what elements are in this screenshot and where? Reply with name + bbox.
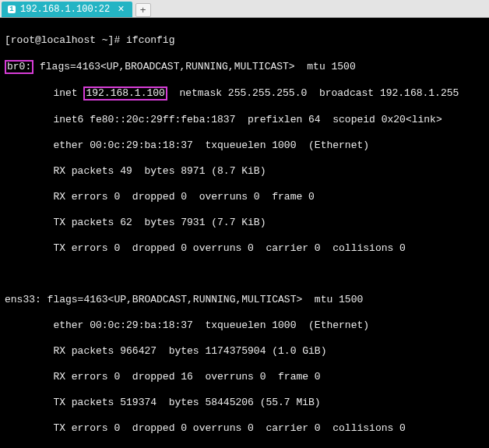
new-tab-button[interactable]: + [135, 3, 151, 17]
terminal-tab[interactable]: 1 192.168.1.100:22 × [2, 2, 132, 17]
br0-tx-errors: TX errors 0 dropped 0 overruns 0 carrier… [5, 242, 484, 256]
tab-title: 192.168.1.100:22 [20, 4, 110, 15]
ens33-rx-packets: RX packets 966427 bytes 1174375904 (1.0 … [5, 345, 484, 358]
plus-icon: + [140, 5, 146, 16]
tab-index-badge: 1 [8, 5, 16, 13]
close-icon[interactable]: × [118, 5, 124, 13]
highlight-br0: br0: [5, 60, 33, 74]
br0-inet-pre: inet [5, 87, 83, 99]
ens33-rx-errors: RX errors 0 dropped 16 overruns 0 frame … [5, 371, 484, 384]
terminal-output[interactable]: [root@localhost ~]# ifconfig br0: flags=… [0, 18, 489, 448]
ens33-tx-packets: TX packets 519374 bytes 58445206 (55.7 M… [5, 397, 484, 410]
shell-prompt: [root@localhost ~]# [5, 34, 126, 46]
br0-ether: ether 00:0c:29:ba:18:37 txqueuelen 1000 … [5, 139, 484, 153]
command-text: ifconfig [126, 34, 174, 46]
br0-rx-packets: RX packets 49 bytes 8971 (8.7 KiB) [5, 165, 484, 178]
ens33-head: ens33: flags=4163<UP,BROADCAST,RUNNING,M… [5, 294, 484, 307]
ens33-tx-errors: TX errors 0 dropped 0 overruns 0 carrier… [5, 422, 484, 436]
titlebar: 1 192.168.1.100:22 × + [0, 0, 489, 18]
br0-inet6: inet6 fe80::20c:29ff:feba:1837 prefixlen… [5, 114, 484, 127]
highlight-ip: 192.168.1.100 [83, 86, 167, 101]
br0-tx-packets: TX packets 62 bytes 7931 (7.7 KiB) [5, 217, 484, 230]
br0-rx-errors: RX errors 0 dropped 0 overruns 0 frame 0 [5, 191, 484, 204]
br0-inet-post: netmask 255.255.255.0 broadcast 192.168.… [167, 87, 459, 99]
br0-flags: flags=4163<UP,BROADCAST,RUNNING,MULTICAS… [33, 61, 355, 72]
ens33-ether: ether 00:0c:29:ba:18:37 txqueuelen 1000 … [5, 319, 484, 333]
